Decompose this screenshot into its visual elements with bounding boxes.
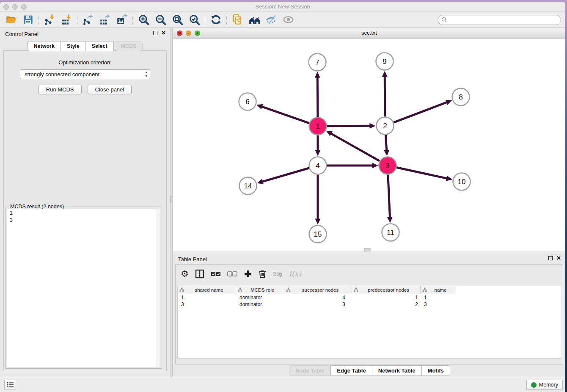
network-canvas[interactable]: 1234678910111415 [173,39,565,251]
table-options-gear-icon[interactable]: ⚙ [181,268,189,280]
minimize-window-button[interactable] [12,4,18,10]
deselect-all-checkboxes-icon[interactable] [227,268,237,280]
tab-select[interactable]: Select [85,41,114,51]
refresh-layout-icon[interactable] [207,13,224,27]
edge-3-1[interactable] [330,133,380,161]
table-cell[interactable]: 1 [421,294,456,301]
edge-2-9[interactable] [385,76,385,116]
edge-3-10[interactable] [396,168,447,179]
table-row[interactable]: 3dominator323 [178,301,561,308]
export-network-icon[interactable] [80,13,96,27]
close-panel-icon[interactable]: ✕ [556,256,561,260]
tab-network[interactable]: Network [28,41,61,51]
show-all-icon[interactable] [280,13,297,27]
criterion-value: strongly connected component [25,71,99,77]
table-cell[interactable]: 2 [352,301,421,308]
first-neighbors-icon[interactable] [246,13,263,27]
export-table-icon[interactable] [96,13,113,27]
splitter-grip[interactable] [364,248,371,251]
tab-edge-table[interactable]: Edge Table [330,365,372,376]
node-label-2: 2 [383,122,387,130]
close-panel-icon[interactable]: ✕ [161,31,166,35]
toolbar-separator [77,14,77,26]
toolbar-separator [39,14,39,26]
edge-4-14[interactable] [262,168,309,182]
zoom-selected-icon[interactable] [186,13,203,27]
table-cell[interactable]: 3 [284,301,352,308]
frame-minimize-icon[interactable]: − [186,30,191,36]
edge-1-2[interactable] [327,126,370,126]
control-panel-header: Control Panel ✕ [0,28,170,40]
table-cell[interactable]: 4 [284,294,352,301]
delete-column-icon[interactable] [259,268,266,280]
tab-style[interactable]: Style [61,41,86,51]
memory-status-icon [531,382,537,388]
edge-3-11[interactable] [388,174,390,218]
task-history-button[interactable] [4,380,16,389]
network-frame-titlebar[interactable]: ✕ − + scc.txt [173,28,565,39]
column-header-shared-name[interactable]: shared name [178,286,236,294]
edge-2-3[interactable] [385,135,386,151]
table-cell[interactable]: 3 [178,301,236,308]
float-panel-icon[interactable] [153,31,157,35]
table-body: 1dominator4113dominator323 [178,294,561,308]
new-network-from-selection-icon[interactable] [229,13,246,27]
float-panel-icon[interactable] [548,256,553,260]
column-header-predecessor-nodes[interactable]: predecessor nodes [352,286,421,294]
edge-1-7[interactable] [317,77,318,117]
table-cell[interactable]: 1 [178,294,236,301]
table-cell[interactable]: 3 [421,301,456,308]
edge-1-6[interactable] [261,106,309,123]
mcds-result-list[interactable]: 1 3 [7,209,157,367]
criterion-dropdown[interactable]: strongly connected component ▴▾ [20,69,150,79]
close-panel-button[interactable]: Close panel [88,85,132,94]
control-panel-tabs: NetworkStyleSelectMCDS [0,41,170,51]
header-filler [456,286,561,294]
node-label-15: 15 [314,230,322,238]
import-table-icon[interactable] [58,13,75,27]
column-header-successor-nodes[interactable]: successor nodes [284,286,352,294]
zoom-out-icon[interactable] [152,13,169,27]
save-session-icon[interactable] [19,13,36,27]
zoom-window-button[interactable] [21,4,27,10]
tab-motifs[interactable]: Motifs [421,365,450,376]
main-area: Control Panel ✕ NetworkStyleSelectMCDS O… [0,28,565,377]
run-mcds-button[interactable]: Run MCDS [39,85,82,94]
tab-node-table[interactable]: Node Table [289,365,331,376]
import-network-icon[interactable] [41,13,58,27]
close-window-button[interactable] [3,4,9,10]
main-toolbar [0,12,565,28]
zoom-fit-icon[interactable] [169,13,186,27]
node-table[interactable]: shared nameMCDS rolesuccessor nodesprede… [177,286,561,359]
network-graph[interactable]: 1234678910111415 [173,39,565,251]
table-panel-header: Table Panel ✕ [173,254,565,264]
select-all-checkboxes-icon[interactable] [211,268,221,280]
open-file-icon[interactable] [3,13,19,27]
table-cell[interactable]: 1 [352,294,421,301]
search-input[interactable] [447,17,557,23]
column-hierarchy-icon [354,287,358,293]
memory-button[interactable]: Memory [526,380,563,390]
horizontal-splitter[interactable] [173,251,565,254]
table-row[interactable]: 1dominator411 [178,294,561,301]
frame-maximize-icon[interactable]: + [195,30,200,36]
column-header-MCDS-role[interactable]: MCDS role [236,286,284,294]
table-cell[interactable]: dominator [236,301,284,308]
column-header-name[interactable]: name [421,286,456,294]
app-window: Session: New Session [0,2,565,392]
tab-network-table[interactable]: Network Table [372,365,422,376]
zoom-in-icon[interactable] [135,13,152,27]
node-label-8: 8 [459,93,462,101]
hide-selected-icon[interactable] [263,13,280,27]
export-image-icon[interactable] [113,13,130,27]
search-box[interactable] [438,15,561,25]
optimization-criterion-label: Optimization criterion: [4,59,166,66]
frame-close-icon[interactable]: ✕ [177,30,182,36]
result-scrollbar[interactable] [157,209,160,367]
table-cell[interactable]: dominator [236,294,284,301]
tab-mcds[interactable]: MCDS [115,41,143,51]
edge-2-8[interactable] [394,102,447,122]
add-column-icon[interactable] [244,268,252,280]
show-column-icon[interactable] [195,268,204,280]
toolbar-separator [205,14,205,26]
